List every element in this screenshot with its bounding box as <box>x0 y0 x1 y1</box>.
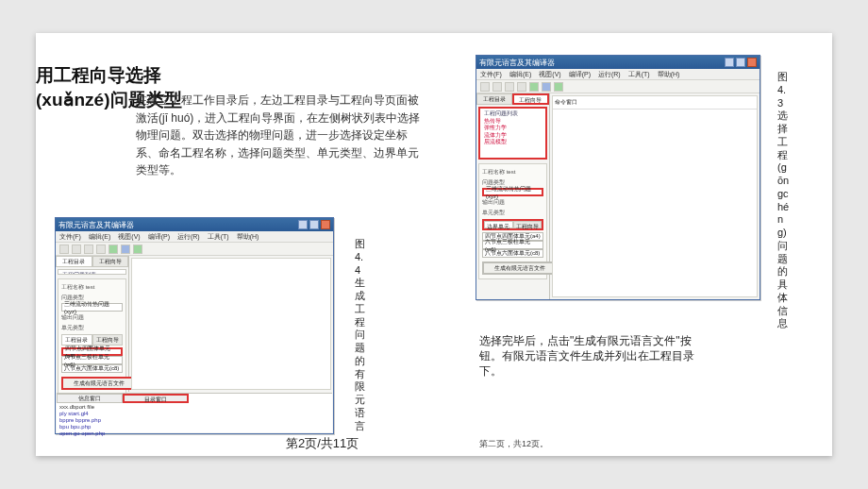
caption-fig-4-4: 图4.4生成工程问题的有限元语言 <box>355 238 368 432</box>
title-line1: 用工程向导选择 <box>36 65 161 85</box>
toolbar-icon <box>505 82 514 92</box>
toolbar <box>56 243 333 256</box>
menu-item: 视图(V) <box>539 70 560 79</box>
log-line: bpu bpu.php <box>59 424 329 430</box>
label-project-name: 工程名称 test <box>482 168 543 177</box>
toolbar-icon <box>59 244 69 254</box>
log-line: bppre bppre.php <box>59 417 329 424</box>
left-pane: 工程目录 工程向导 工程问题列表 热传导 弹性力学 流体力学 层流模型 工程名称… <box>476 93 550 299</box>
menu-bar: 文件(F) 编辑(E) 视图(V) 编译(P) 运行(R) 工具(T) 帮助(H… <box>476 69 760 80</box>
menu-item: 编辑(E) <box>89 232 110 242</box>
generate-fe-file-button: 生成有限元语言文件 <box>482 261 558 275</box>
toolbar-icon <box>96 244 106 254</box>
option-elem: 八节点六面体单元(c8) <box>61 364 123 373</box>
editor-area <box>131 258 331 390</box>
editor-area: 命令窗口 <box>552 95 758 297</box>
input-problem-type: 三维流动传热问题(xyz) <box>61 303 123 312</box>
cmd-tab: 命令窗口 <box>553 96 757 110</box>
tree-item: 热传导 <box>484 118 543 126</box>
menu-item: 工具(T) <box>628 70 650 79</box>
label-elem-type: 单元类型 <box>482 209 543 217</box>
tab-project-dir: 工程目录 <box>56 256 92 267</box>
input-problem-type: 三维流动传热问题(xyz) <box>482 188 543 196</box>
tree-item: 流体力学 <box>484 132 543 140</box>
tab-elem: 边界单元 <box>484 221 513 228</box>
tab-project-wizard: 工程向导 <box>92 256 129 267</box>
tree-root: 工程问题列表 <box>484 110 543 118</box>
maximize-icon <box>309 220 319 229</box>
form-block: 工程名称 test 问题类型 三维流动传热问题(xyz) 输出问题 单元类型 边… <box>478 163 547 279</box>
label-project-name: 工程名称 test <box>61 283 123 292</box>
toolbar-icon <box>517 82 526 92</box>
menu-item: 文件(F) <box>480 70 502 79</box>
tab-project-wizard: 工程向导 <box>512 93 550 105</box>
minimize-icon <box>298 220 308 229</box>
log-tab-info: 信息窗口 <box>57 394 123 403</box>
caption-fig-4-3: 图4.3选择工程(gōngchéng)问题的具体信息 <box>777 71 791 330</box>
maximize-icon <box>736 58 745 67</box>
secondary-paragraph: 选择完毕后，点击"生成有限元语言文件"按钮。有限元语言文件生成并列出在工程目录下… <box>479 333 706 379</box>
screenshot-fig-4-4: 有限元语言及其编译器 文件(F) 编辑(E) 视图(V) 编译(P) 运行(R)… <box>55 217 334 434</box>
label-display: 输出问题 <box>482 198 543 207</box>
window-titlebar: 有限元语言及其编译器 <box>56 218 333 231</box>
menu-bar: 文件(F) 编辑(E) 视图(V) 编译(P) 运行(R) 工具(T) 帮助(H… <box>56 231 333 243</box>
problem-tree: 工程问题列表 热传导 弹性力学 流体力学 层流模型 <box>478 107 547 160</box>
pager-primary: 第2页/共11页 <box>286 435 359 452</box>
log-line: xxx.dbport file <box>59 404 329 411</box>
toolbar-icon <box>121 244 130 254</box>
minimize-icon <box>725 58 734 67</box>
toolbar-icon <box>480 82 490 92</box>
label-display: 输出问题 <box>61 313 123 322</box>
menu-item: 工具(T) <box>208 232 229 242</box>
close-icon <box>747 58 757 67</box>
log-panel: 信息窗口 目录窗口 xxx.dbport file ply start.gl4 … <box>57 393 332 432</box>
tree-root: 工程问题列表 <box>62 272 124 275</box>
option-elem: 八节点六面体单元(c8) <box>482 249 543 258</box>
tree-item: 弹性力学 <box>484 125 543 132</box>
play-icon <box>108 244 118 254</box>
problem-tree: 工程问题列表 热传导 弹性力学 流体力学 层流模型 <box>58 269 126 275</box>
menu-item: 编辑(E) <box>509 70 531 79</box>
window-titlebar: 有限元语言及其编译器 <box>476 56 760 69</box>
log-tab-dir: 目录窗口 <box>123 394 189 403</box>
option-elem: 六节点三棱柱单元(w6) <box>61 356 123 364</box>
toolbar-icon <box>84 244 93 254</box>
menu-item: 视图(V) <box>118 232 140 242</box>
menu-item: 编译(P) <box>569 70 591 79</box>
tree-item: 层流模型 <box>484 139 543 146</box>
menu-item: 运行(R) <box>598 70 621 79</box>
tab-elem: 工程向导 <box>513 221 542 228</box>
form-block: 工程名称 test 问题类型 三维流动传热问题(xyz) 输出问题 单元类型 工… <box>58 278 126 395</box>
close-icon <box>321 220 330 229</box>
toolbar-icon <box>542 82 551 92</box>
menu-item: 文件(F) <box>59 232 81 242</box>
toolbar-icon <box>492 82 502 92</box>
play-icon <box>529 82 539 92</box>
play-icon <box>133 244 142 254</box>
toolbar-icon <box>72 244 81 254</box>
log-line: ply start.gl4 <box>59 411 329 417</box>
menu-item: 帮助(H) <box>658 70 680 79</box>
generate-fe-file-button: 生成有限元语言文件 <box>61 377 137 390</box>
option-elem: 六节点三棱柱单元(w6) <box>482 241 543 249</box>
menu-item: 运行(R) <box>177 232 200 242</box>
label-elem-type: 单元类型 <box>61 324 123 332</box>
toolbar <box>476 80 760 93</box>
screenshot-fig-4-3: 有限元语言及其编译器 文件(F) 编辑(E) 视图(V) 编译(P) 运行(R)… <box>476 55 760 300</box>
window-title: 有限元语言及其编译器 <box>58 220 134 230</box>
body-paragraph: 在建立工程工作目录后，左边工程目录与工程向导页面被激活(jī huó)，进入工程… <box>136 92 428 179</box>
window-title: 有限元语言及其编译器 <box>479 58 555 68</box>
menu-item: 帮助(H) <box>237 232 259 242</box>
play-icon <box>554 82 563 92</box>
menu-item: 编译(P) <box>148 232 170 242</box>
tab-project-dir: 工程目录 <box>476 93 512 105</box>
pager-secondary: 第二页，共12页。 <box>479 438 548 450</box>
left-pane: 工程目录 工程向导 工程问题列表 热传导 弹性力学 流体力学 层流模型 工程名称… <box>56 256 129 392</box>
